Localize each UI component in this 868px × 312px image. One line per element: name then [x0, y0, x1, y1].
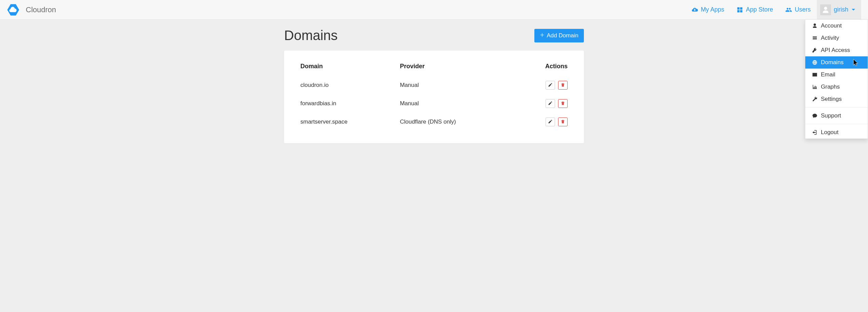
- caret-down-icon: [852, 9, 855, 11]
- bar-chart-icon: [812, 84, 817, 90]
- comment-icon: [812, 113, 817, 118]
- plus-icon: [540, 32, 545, 39]
- page-title: Domains: [284, 28, 338, 43]
- users-icon: [785, 6, 792, 13]
- col-provider: Provider: [400, 60, 518, 76]
- pencil-icon: [548, 82, 553, 88]
- nav-right: My Apps App Store Users girish: [685, 0, 861, 19]
- username: girish: [834, 6, 848, 13]
- table-row: forwardbias.in Manual: [300, 94, 568, 113]
- dropdown-settings-label: Settings: [821, 96, 842, 103]
- pencil-icon: [548, 119, 553, 125]
- dropdown-email-label: Email: [821, 71, 835, 78]
- page-header: Domains Add Domain: [284, 28, 584, 43]
- actions-cell: [518, 76, 568, 94]
- nav-users-label: Users: [795, 6, 811, 13]
- brand-name: Cloudron: [26, 5, 56, 14]
- sign-out-icon: [812, 130, 817, 135]
- dropdown-settings[interactable]: Settings: [805, 93, 868, 105]
- user-icon: [812, 23, 817, 29]
- brand[interactable]: Cloudron: [7, 3, 56, 16]
- envelope-icon: [812, 72, 817, 77]
- col-domain: Domain: [300, 60, 400, 76]
- globe-icon: [812, 60, 817, 65]
- dropdown-support[interactable]: Support: [805, 110, 868, 122]
- table-row: smartserver.space Cloudflare (DNS only): [300, 113, 568, 131]
- dropdown-graphs-label: Graphs: [821, 84, 840, 90]
- actions-cell: [518, 113, 568, 131]
- add-domain-button[interactable]: Add Domain: [534, 29, 584, 42]
- table-row: cloudron.io Manual: [300, 76, 568, 94]
- cloud-download-icon: [691, 6, 698, 13]
- trash-icon: [560, 82, 565, 88]
- dropdown-logout[interactable]: Logout: [805, 126, 868, 139]
- dropdown-account[interactable]: Account: [805, 20, 868, 32]
- dropdown-divider: [805, 107, 868, 108]
- nav-users[interactable]: Users: [779, 0, 817, 19]
- nav-my-apps-label: My Apps: [701, 6, 724, 13]
- edit-domain-button[interactable]: [546, 99, 555, 108]
- domain-cell: smartserver.space: [300, 113, 400, 131]
- edit-domain-button[interactable]: [546, 117, 555, 126]
- dropdown-support-label: Support: [821, 112, 841, 119]
- edit-domain-button[interactable]: [546, 81, 555, 90]
- grid-icon: [736, 6, 743, 13]
- provider-cell: Cloudflare (DNS only): [400, 113, 518, 131]
- actions-cell: [518, 94, 568, 113]
- list-icon: [812, 35, 817, 41]
- avatar: [820, 4, 831, 15]
- delete-domain-button[interactable]: [558, 117, 568, 126]
- nav-app-store-label: App Store: [746, 6, 773, 13]
- dropdown-api-access[interactable]: API Access: [805, 44, 868, 56]
- domains-card: Domain Provider Actions cloudron.io Manu…: [284, 51, 584, 143]
- domain-cell: forwardbias.in: [300, 94, 400, 113]
- add-domain-label: Add Domain: [547, 32, 578, 39]
- col-actions: Actions: [518, 60, 568, 76]
- nav-app-store[interactable]: App Store: [730, 0, 779, 19]
- dropdown-domains[interactable]: Domains: [805, 56, 868, 69]
- provider-cell: Manual: [400, 94, 518, 113]
- dropdown-divider: [805, 124, 868, 124]
- nav-my-apps[interactable]: My Apps: [685, 0, 730, 19]
- page: Domains Add Domain Domain Provider Actio…: [284, 28, 584, 157]
- cloudron-logo-icon: [7, 3, 20, 16]
- dropdown-logout-label: Logout: [821, 129, 839, 136]
- dropdown-api-access-label: API Access: [821, 47, 850, 54]
- delete-domain-button[interactable]: [558, 99, 568, 108]
- domains-table: Domain Provider Actions cloudron.io Manu…: [300, 60, 568, 131]
- wrench-icon: [812, 96, 817, 102]
- dropdown-email[interactable]: Email: [805, 69, 868, 81]
- cursor-icon: [853, 58, 860, 68]
- dropdown-activity[interactable]: Activity: [805, 32, 868, 44]
- delete-domain-button[interactable]: [558, 81, 568, 90]
- dropdown-graphs[interactable]: Graphs: [805, 81, 868, 93]
- dropdown-domains-label: Domains: [821, 59, 844, 66]
- key-icon: [812, 48, 817, 53]
- dropdown-activity-label: Activity: [821, 35, 839, 41]
- trash-icon: [560, 101, 565, 107]
- dropdown-account-label: Account: [821, 22, 842, 29]
- provider-cell: Manual: [400, 76, 518, 94]
- pencil-icon: [548, 101, 553, 107]
- trash-icon: [560, 119, 565, 125]
- domain-cell: cloudron.io: [300, 76, 400, 94]
- user-menu-toggle[interactable]: girish: [817, 0, 861, 19]
- navbar: Cloudron My Apps App Store Users girish: [0, 0, 868, 20]
- user-dropdown: Account Activity API Access Domains Emai…: [805, 20, 868, 139]
